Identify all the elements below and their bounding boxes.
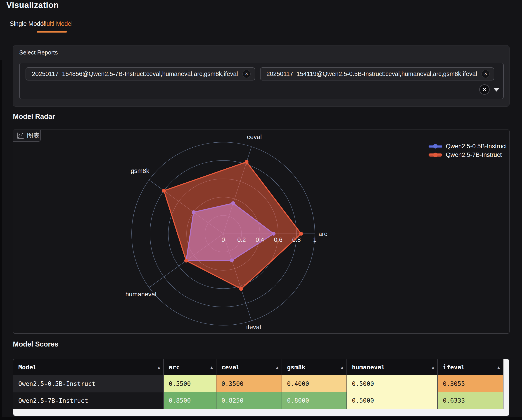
sort-asc-icon[interactable]: ▲ bbox=[432, 365, 434, 370]
column-header-ceval[interactable]: ceval▲ bbox=[216, 359, 282, 375]
score-cell-gsm8k: 0.4000 bbox=[282, 375, 346, 392]
window-edge-bottom bbox=[0, 417, 522, 420]
column-header-ifeval[interactable]: ifeval▲ bbox=[438, 359, 503, 375]
tab-divider bbox=[7, 32, 515, 32]
select-reports-panel: Select Reports 20250117_154856@Qwen2.5-7… bbox=[13, 45, 510, 107]
score-cell-arc: 0.8500 bbox=[163, 392, 216, 409]
close-icon: ✕ bbox=[482, 86, 487, 93]
score-cell-ifeval: 0.3055 bbox=[438, 375, 503, 392]
svg-text:0.8: 0.8 bbox=[292, 236, 301, 243]
table-horizontal-scrollbar[interactable] bbox=[13, 409, 509, 416]
active-tab-underline bbox=[37, 31, 67, 33]
chip-remove-icon[interactable]: ✕ bbox=[242, 70, 251, 78]
score-cell-ceval: 0.8250 bbox=[216, 392, 282, 409]
legend-item[interactable]: Qwen2.5-0.5B-Instruct bbox=[429, 142, 507, 150]
radar-chart[interactable]: 00.20.40.60.81arccevalgsm8khumanevalifev… bbox=[13, 130, 509, 333]
column-header-humaneval[interactable]: humaneval▲ bbox=[346, 359, 438, 375]
legend-dot bbox=[433, 153, 438, 157]
selected-report-chips: 20250117_154856@Qwen2.5-7B-Instruct:ceva… bbox=[26, 67, 494, 81]
column-header-label: gsm8k bbox=[287, 364, 305, 371]
score-cell-humaneval: 0.5000 bbox=[346, 375, 438, 392]
scatter-chart-icon bbox=[16, 132, 24, 139]
sort-asc-icon[interactable]: ▲ bbox=[276, 365, 278, 370]
column-header-label: Model bbox=[18, 364, 37, 371]
svg-text:ceval: ceval bbox=[247, 133, 262, 140]
legend-item-label: Qwen2.5-0.5B-Instruct bbox=[446, 143, 507, 150]
tab-multi-model[interactable]: Multi Model bbox=[41, 20, 73, 27]
legend-marker-icon bbox=[429, 145, 442, 148]
caret-down-icon[interactable] bbox=[493, 88, 500, 91]
chart-type-button-label: 图表 bbox=[27, 131, 39, 140]
score-cell-gsm8k: 0.8000 bbox=[282, 392, 346, 409]
sort-asc-icon[interactable]: ▲ bbox=[210, 365, 213, 370]
reports-multiselect[interactable]: 20250117_154856@Qwen2.5-7B-Instruct:ceva… bbox=[19, 63, 504, 99]
chart-legend: Qwen2.5-0.5B-InstructQwen2.5-7B-Instruct bbox=[429, 142, 507, 159]
legend-item[interactable]: Qwen2.5-7B-Instruct bbox=[429, 150, 507, 159]
report-chip-label: 20250117_154856@Qwen2.5-7B-Instruct:ceva… bbox=[32, 71, 238, 77]
page-title: Visualization bbox=[6, 0, 59, 10]
table-vertical-scrollbar[interactable] bbox=[503, 359, 509, 409]
column-header-gsm8k[interactable]: gsm8k▲ bbox=[282, 359, 346, 375]
model-scores-table: Model▲arc▲ceval▲gsm8k▲humaneval▲ifeval▲Q… bbox=[13, 359, 509, 416]
column-header-label: arc bbox=[169, 364, 180, 371]
svg-text:ifeval: ifeval bbox=[246, 323, 261, 330]
report-chip[interactable]: 20250117_154119@Qwen2.5-0.5B-Instruct:ce… bbox=[260, 67, 494, 81]
window-edge-left bbox=[0, 60, 2, 420]
model-radar-heading: Model Radar bbox=[13, 112, 55, 121]
report-chip-label: 20250117_154119@Qwen2.5-0.5B-Instruct:ce… bbox=[266, 71, 477, 77]
svg-text:gsm8k: gsm8k bbox=[131, 167, 149, 174]
column-header-label: humaneval bbox=[352, 364, 385, 371]
radar-chart-panel: 00.20.40.60.81arccevalgsm8khumanevalifev… bbox=[13, 129, 510, 334]
sort-asc-icon[interactable]: ▲ bbox=[341, 365, 343, 370]
model-name-cell: Qwen2.5-7B-Instruct bbox=[13, 392, 163, 409]
score-cell-ceval: 0.3500 bbox=[216, 375, 282, 392]
legend-marker-icon bbox=[429, 153, 442, 157]
svg-text:0.2: 0.2 bbox=[237, 236, 246, 243]
svg-text:1: 1 bbox=[313, 236, 316, 243]
score-cell-arc: 0.5500 bbox=[163, 375, 216, 392]
score-cell-humaneval: 0.5000 bbox=[346, 392, 438, 409]
svg-text:0: 0 bbox=[222, 236, 225, 243]
svg-text:0.4: 0.4 bbox=[256, 236, 264, 243]
column-header-label: ifeval bbox=[443, 364, 465, 371]
report-chip[interactable]: 20250117_154856@Qwen2.5-7B-Instruct:ceva… bbox=[26, 67, 255, 81]
score-cell-ifeval: 0.6333 bbox=[438, 392, 503, 409]
select-reports-label: Select Reports bbox=[19, 49, 58, 56]
legend-item-label: Qwen2.5-7B-Instruct bbox=[446, 151, 502, 158]
svg-text:0.6: 0.6 bbox=[274, 236, 283, 243]
column-header-model[interactable]: Model▲ bbox=[13, 359, 163, 375]
svg-text:humaneval: humaneval bbox=[125, 291, 156, 298]
model-name-cell: Qwen2.5-0.5B-Instruct bbox=[13, 375, 163, 392]
clear-all-button[interactable]: ✕ bbox=[479, 84, 490, 95]
tab-single-model[interactable]: Single Model bbox=[10, 20, 45, 27]
chart-type-button[interactable]: 图表 bbox=[13, 130, 41, 142]
model-scores-heading: Model Scores bbox=[13, 340, 59, 348]
legend-dot bbox=[433, 144, 438, 149]
svg-text:arc: arc bbox=[318, 230, 327, 237]
sort-asc-icon[interactable]: ▲ bbox=[497, 365, 500, 370]
column-header-arc[interactable]: arc▲ bbox=[163, 359, 216, 375]
sort-asc-icon[interactable]: ▲ bbox=[158, 365, 160, 370]
chip-remove-icon[interactable]: ✕ bbox=[482, 70, 490, 78]
column-header-label: ceval bbox=[222, 364, 240, 371]
